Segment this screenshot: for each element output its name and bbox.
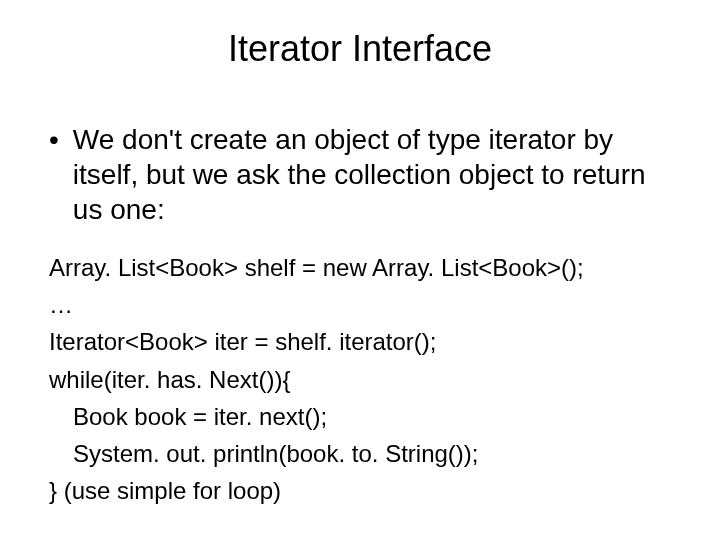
code-line-1: Array. List<Book> shelf = new Array. Lis… [49, 249, 675, 286]
code-line-7: } (use simple for loop) [49, 472, 675, 509]
code-line-5: Book book = iter. next(); [49, 398, 675, 435]
bullet-item: • We don't create an object of type iter… [45, 122, 675, 227]
bullet-marker: • [45, 122, 73, 227]
code-line-6: System. out. println(book. to. String())… [49, 435, 675, 472]
code-block: Array. List<Book> shelf = new Array. Lis… [45, 249, 675, 509]
bullet-text: We don't create an object of type iterat… [73, 122, 675, 227]
code-line-3: Iterator<Book> iter = shelf. iterator(); [49, 323, 675, 360]
slide-title: Iterator Interface [45, 28, 675, 70]
code-line-4: while(iter. has. Next()){ [49, 361, 675, 398]
code-line-2: … [49, 286, 675, 323]
